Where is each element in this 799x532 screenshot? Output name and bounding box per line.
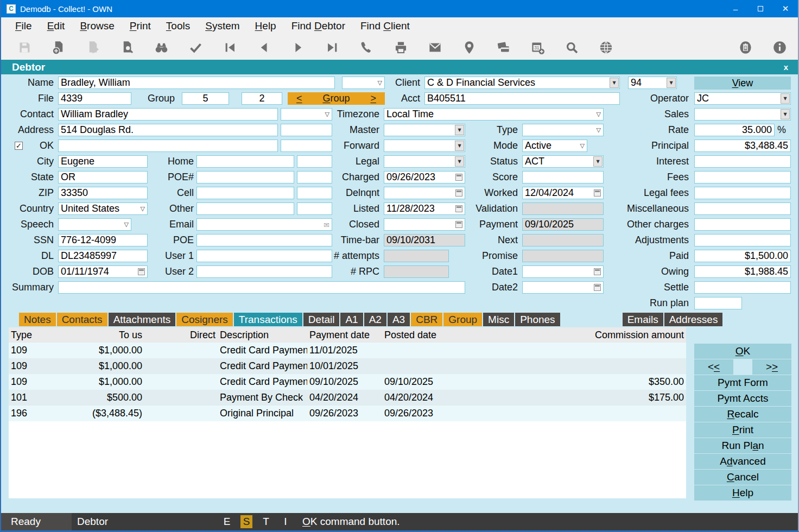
tab-a2[interactable]: A2 [364, 313, 386, 326]
other-phone-input[interactable] [196, 202, 294, 215]
panel-close-icon[interactable]: x [784, 60, 788, 74]
mode-combo[interactable]: Active▽ [522, 140, 587, 152]
group-next-link[interactable]: > [370, 92, 376, 105]
group-member-input[interactable]: 2 [242, 92, 282, 105]
schedule-calendar-icon[interactable]: 31 [530, 40, 545, 55]
name-suffix-combo[interactable]: ▽ [342, 77, 385, 89]
view-button[interactable]: View [694, 77, 791, 90]
tab-emails[interactable]: Emails [623, 313, 663, 326]
last-record-icon[interactable] [325, 40, 340, 55]
tab-attachments[interactable]: Attachments [109, 313, 176, 326]
globe-icon[interactable] [599, 40, 613, 55]
transaction-row[interactable]: 109$1,000.00Credit Card Payment09/10/202… [9, 374, 686, 390]
tab-a3[interactable]: A3 [388, 313, 410, 326]
next-button[interactable]: >> [752, 359, 791, 375]
dl-input[interactable]: DL23485997 [58, 250, 148, 262]
pymt-accts-button[interactable]: Pymt Accts [694, 391, 791, 406]
address-line2-input[interactable] [58, 140, 278, 152]
search-icon[interactable] [565, 40, 579, 55]
country-combo[interactable]: United States▽ [58, 202, 148, 215]
print-button[interactable]: Print [694, 422, 791, 438]
group-number-input[interactable]: 5 [182, 92, 229, 105]
menu-item-system[interactable]: System [198, 17, 247, 35]
pin-icon[interactable] [462, 40, 477, 55]
menu-item-edit[interactable]: Edit [40, 17, 73, 35]
help-button[interactable]: Help [694, 485, 791, 501]
pymt-form-button[interactable]: Pymt Form [694, 375, 791, 390]
menu-item-print[interactable]: Print [122, 17, 158, 35]
tab-misc[interactable]: Misc [483, 313, 514, 326]
menu-item-file[interactable]: File [8, 17, 40, 35]
calendar-icon[interactable] [138, 268, 145, 275]
sales-combo[interactable]: ▼ [694, 108, 791, 121]
preview-icon[interactable] [120, 40, 135, 55]
chevron-down-icon[interactable]: ▼ [667, 78, 676, 88]
email-icon[interactable] [428, 40, 442, 55]
email-input[interactable]: ✉ [196, 218, 332, 231]
tab-notes[interactable]: Notes [19, 313, 56, 326]
run-plan-button[interactable]: Run Plan [694, 438, 791, 453]
tab-cosigners[interactable]: Cosigners [176, 313, 233, 326]
phone-icon[interactable] [359, 40, 374, 55]
poe-phone-input[interactable] [196, 171, 294, 183]
info-icon[interactable] [772, 40, 787, 55]
ssn-input[interactable]: 776-12-4099 [58, 234, 148, 246]
ok-button[interactable]: OK [694, 344, 791, 359]
new-record-icon[interactable] [52, 40, 66, 55]
adjustments-input[interactable] [694, 234, 791, 246]
menu-item-find-debtor[interactable]: Find Debtor [284, 17, 353, 35]
menu-item-find-client[interactable]: Find Client [353, 17, 417, 35]
tab-contacts[interactable]: Contacts [57, 313, 107, 326]
chevron-down-icon[interactable]: ▼ [781, 93, 790, 104]
file-input[interactable]: 4339 [58, 92, 131, 105]
principal-input[interactable]: $3,488.45 [694, 140, 791, 152]
transaction-row[interactable]: 109$1,000.00Credit Card Payment10/01/202… [9, 358, 686, 374]
transaction-row[interactable]: 196($3,488.45)Original Principal09/26/20… [9, 406, 686, 421]
group-link[interactable]: Group [322, 92, 350, 105]
fees-input[interactable] [694, 171, 791, 183]
owing-input[interactable]: $1,988.45 [694, 265, 791, 278]
previous-button[interactable]: << [694, 359, 733, 375]
contact-input[interactable]: William Bradley [58, 108, 278, 121]
transaction-row[interactable]: 101$500.00Payment By Check04/20/202404/2… [9, 390, 686, 406]
trash-icon[interactable] [738, 40, 753, 55]
cancel-button[interactable]: Cancel [694, 470, 791, 485]
operator-combo[interactable]: JC▼ [694, 92, 791, 105]
address-input[interactable]: 514 Douglas Rd. [58, 124, 278, 136]
tab-cbr[interactable]: CBR [411, 313, 442, 326]
close-button[interactable]: ✕ [773, 0, 798, 17]
speech-combo[interactable]: ▽ [58, 218, 131, 231]
menu-item-tools[interactable]: Tools [158, 17, 198, 35]
menu-item-help[interactable]: Help [248, 17, 284, 35]
user2-input[interactable] [196, 265, 332, 278]
next-record-icon[interactable] [291, 40, 306, 55]
poe-input[interactable] [196, 234, 332, 246]
settle-input[interactable] [694, 281, 791, 294]
dob-date-input[interactable]: 01/11/1974 [58, 265, 148, 278]
rate-input[interactable]: 35.000 [694, 124, 775, 136]
maximize-button[interactable] [748, 0, 773, 17]
group-prev-link[interactable]: < [296, 92, 302, 105]
tab-addresses[interactable]: Addresses [664, 313, 723, 326]
miscellaneous-input[interactable] [694, 202, 791, 215]
ok-checkbox[interactable]: ✓ [15, 142, 23, 150]
group-nav-button[interactable]: < Group > [288, 92, 385, 105]
legal-fees-input[interactable] [694, 187, 791, 199]
state-input[interactable]: OR [58, 171, 148, 183]
transaction-row[interactable]: 109$1,000.00Credit Card Payment11/01/202… [9, 343, 686, 358]
recalc-button[interactable]: Recalc [694, 407, 791, 422]
other-charges-input[interactable] [694, 218, 791, 231]
city-input[interactable]: Eugene [58, 155, 148, 168]
first-record-icon[interactable] [223, 40, 237, 55]
client-combo[interactable]: C & D Financial Services▼ [424, 77, 620, 89]
chevron-down-icon[interactable]: ▼ [781, 109, 790, 119]
user1-input[interactable] [196, 250, 332, 262]
ok-check-icon[interactable] [188, 40, 203, 55]
cell-phone-input[interactable] [196, 187, 294, 199]
credit-card-icon[interactable] [496, 40, 511, 55]
tab-detail[interactable]: Detail [303, 313, 340, 326]
tab-a1[interactable]: A1 [340, 313, 363, 326]
tab-group[interactable]: Group [443, 313, 482, 326]
tab-phones[interactable]: Phones [515, 313, 560, 326]
interest-input[interactable] [694, 155, 791, 168]
